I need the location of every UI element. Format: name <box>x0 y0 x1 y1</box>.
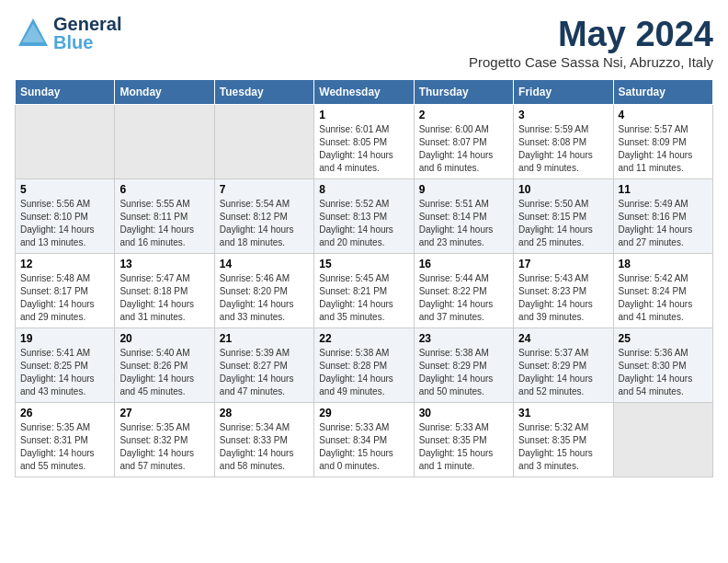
day-number: 12 <box>20 258 109 270</box>
day-info: Sunrise: 5:38 AMSunset: 8:29 PMDaylight:… <box>419 347 508 398</box>
calendar-cell: 3Sunrise: 5:59 AMSunset: 8:08 PMDaylight… <box>514 105 613 179</box>
calendar-cell: 31Sunrise: 5:32 AMSunset: 8:35 PMDayligh… <box>514 403 613 477</box>
day-info: Sunrise: 5:39 AMSunset: 8:27 PMDaylight:… <box>220 347 309 398</box>
calendar-cell: 12Sunrise: 5:48 AMSunset: 8:17 PMDayligh… <box>16 254 115 328</box>
calendar-week-row: 19Sunrise: 5:41 AMSunset: 8:25 PMDayligh… <box>16 328 713 403</box>
day-info: Sunrise: 5:35 AMSunset: 8:32 PMDaylight:… <box>119 421 209 473</box>
weekday-header-monday: Monday <box>115 80 214 105</box>
day-info: Sunrise: 6:01 AMSunset: 8:05 PMDaylight:… <box>319 123 408 175</box>
day-number: 11 <box>619 183 708 196</box>
day-info: Sunrise: 5:49 AMSunset: 8:16 PMDaylight:… <box>619 198 708 249</box>
day-number: 30 <box>419 407 508 419</box>
day-number: 29 <box>319 407 408 419</box>
calendar-cell: 15Sunrise: 5:45 AMSunset: 8:21 PMDayligh… <box>314 254 414 328</box>
calendar-cell: 13Sunrise: 5:47 AMSunset: 8:18 PMDayligh… <box>115 254 214 328</box>
calendar-cell: 4Sunrise: 5:57 AMSunset: 8:09 PMDaylight… <box>613 105 712 179</box>
calendar-table: SundayMondayTuesdayWednesdayThursdayFrid… <box>15 79 713 477</box>
day-number: 20 <box>119 332 209 345</box>
calendar-week-row: 5Sunrise: 5:56 AMSunset: 8:10 PMDaylight… <box>16 179 713 254</box>
day-info: Sunrise: 5:52 AMSunset: 8:13 PMDaylight:… <box>319 198 408 249</box>
calendar-week-row: 26Sunrise: 5:35 AMSunset: 8:31 PMDayligh… <box>16 403 713 477</box>
logo-text: General Blue <box>53 15 121 52</box>
logo-blue-text: Blue <box>53 33 121 52</box>
calendar-header-row: SundayMondayTuesdayWednesdayThursdayFrid… <box>16 80 713 105</box>
calendar-week-row: 1Sunrise: 6:01 AMSunset: 8:05 PMDaylight… <box>16 105 713 179</box>
weekday-header-sunday: Sunday <box>16 80 115 105</box>
day-number: 21 <box>220 332 309 345</box>
calendar-cell <box>214 105 313 179</box>
day-info: Sunrise: 5:57 AMSunset: 8:09 PMDaylight:… <box>619 123 708 175</box>
calendar-cell: 14Sunrise: 5:46 AMSunset: 8:20 PMDayligh… <box>214 254 313 328</box>
calendar-cell: 24Sunrise: 5:37 AMSunset: 8:29 PMDayligh… <box>514 328 613 403</box>
day-info: Sunrise: 5:45 AMSunset: 8:21 PMDaylight:… <box>319 272 408 324</box>
day-number: 28 <box>220 407 309 419</box>
day-info: Sunrise: 5:42 AMSunset: 8:24 PMDaylight:… <box>619 272 708 324</box>
title-block: May 2024 Progetto Case Sassa Nsi, Abruzz… <box>469 15 713 70</box>
day-number: 31 <box>518 407 608 419</box>
day-number: 4 <box>619 109 708 121</box>
calendar-cell: 1Sunrise: 6:01 AMSunset: 8:05 PMDaylight… <box>314 105 414 179</box>
day-number: 13 <box>119 258 209 270</box>
day-number: 14 <box>220 258 309 270</box>
day-info: Sunrise: 5:56 AMSunset: 8:10 PMDaylight:… <box>20 198 109 249</box>
day-info: Sunrise: 5:32 AMSunset: 8:35 PMDaylight:… <box>518 421 608 473</box>
calendar-cell: 20Sunrise: 5:40 AMSunset: 8:26 PMDayligh… <box>115 328 214 403</box>
calendar-cell: 29Sunrise: 5:33 AMSunset: 8:34 PMDayligh… <box>314 403 414 477</box>
calendar-cell: 30Sunrise: 5:33 AMSunset: 8:35 PMDayligh… <box>414 403 513 477</box>
calendar-cell: 16Sunrise: 5:44 AMSunset: 8:22 PMDayligh… <box>414 254 513 328</box>
day-number: 22 <box>319 332 408 345</box>
day-info: Sunrise: 5:36 AMSunset: 8:30 PMDaylight:… <box>619 347 708 398</box>
day-info: Sunrise: 6:00 AMSunset: 8:07 PMDaylight:… <box>419 123 508 175</box>
day-info: Sunrise: 5:40 AMSunset: 8:26 PMDaylight:… <box>119 347 209 398</box>
day-number: 1 <box>319 109 408 121</box>
logo-general-text: General <box>53 15 121 33</box>
calendar-cell: 19Sunrise: 5:41 AMSunset: 8:25 PMDayligh… <box>16 328 115 403</box>
day-number: 19 <box>20 332 109 345</box>
day-info: Sunrise: 5:33 AMSunset: 8:34 PMDaylight:… <box>319 421 408 473</box>
logo-icon <box>15 15 51 52</box>
calendar-cell: 7Sunrise: 5:54 AMSunset: 8:12 PMDaylight… <box>214 179 313 254</box>
day-info: Sunrise: 5:47 AMSunset: 8:18 PMDaylight:… <box>119 272 209 324</box>
calendar-cell: 11Sunrise: 5:49 AMSunset: 8:16 PMDayligh… <box>613 179 712 254</box>
day-info: Sunrise: 5:46 AMSunset: 8:20 PMDaylight:… <box>220 272 309 324</box>
day-number: 24 <box>518 332 608 345</box>
calendar-week-row: 12Sunrise: 5:48 AMSunset: 8:17 PMDayligh… <box>16 254 713 328</box>
day-info: Sunrise: 5:34 AMSunset: 8:33 PMDaylight:… <box>220 421 309 473</box>
calendar-cell: 9Sunrise: 5:51 AMSunset: 8:14 PMDaylight… <box>414 179 513 254</box>
day-info: Sunrise: 5:44 AMSunset: 8:22 PMDaylight:… <box>419 272 508 324</box>
day-info: Sunrise: 5:50 AMSunset: 8:15 PMDaylight:… <box>518 198 608 249</box>
calendar-cell <box>115 105 214 179</box>
day-number: 27 <box>119 407 209 419</box>
day-number: 3 <box>518 109 608 121</box>
day-number: 26 <box>20 407 109 419</box>
day-number: 17 <box>518 258 608 270</box>
calendar-cell: 10Sunrise: 5:50 AMSunset: 8:15 PMDayligh… <box>514 179 613 254</box>
day-info: Sunrise: 5:38 AMSunset: 8:28 PMDaylight:… <box>319 347 408 398</box>
day-number: 15 <box>319 258 408 270</box>
day-info: Sunrise: 5:51 AMSunset: 8:14 PMDaylight:… <box>419 198 508 249</box>
day-number: 23 <box>419 332 508 345</box>
day-info: Sunrise: 5:41 AMSunset: 8:25 PMDaylight:… <box>20 347 109 398</box>
day-info: Sunrise: 5:43 AMSunset: 8:23 PMDaylight:… <box>518 272 608 324</box>
day-number: 6 <box>119 183 209 196</box>
calendar-cell: 22Sunrise: 5:38 AMSunset: 8:28 PMDayligh… <box>314 328 414 403</box>
weekday-header-saturday: Saturday <box>613 80 712 105</box>
weekday-header-wednesday: Wednesday <box>314 80 414 105</box>
weekday-header-tuesday: Tuesday <box>214 80 313 105</box>
day-number: 5 <box>20 183 109 196</box>
month-title: May 2024 <box>469 15 713 54</box>
day-number: 9 <box>419 183 508 196</box>
day-info: Sunrise: 5:35 AMSunset: 8:31 PMDaylight:… <box>20 421 109 473</box>
calendar-cell: 5Sunrise: 5:56 AMSunset: 8:10 PMDaylight… <box>16 179 115 254</box>
location-subtitle: Progetto Case Sassa Nsi, Abruzzo, Italy <box>469 54 713 70</box>
day-number: 8 <box>319 183 408 196</box>
calendar-cell: 8Sunrise: 5:52 AMSunset: 8:13 PMDaylight… <box>314 179 414 254</box>
day-number: 16 <box>419 258 508 270</box>
day-number: 10 <box>518 183 608 196</box>
day-info: Sunrise: 5:54 AMSunset: 8:12 PMDaylight:… <box>220 198 309 249</box>
calendar-cell: 17Sunrise: 5:43 AMSunset: 8:23 PMDayligh… <box>514 254 613 328</box>
calendar-cell: 21Sunrise: 5:39 AMSunset: 8:27 PMDayligh… <box>214 328 313 403</box>
day-info: Sunrise: 5:37 AMSunset: 8:29 PMDaylight:… <box>518 347 608 398</box>
calendar-cell <box>613 403 712 477</box>
calendar-cell: 28Sunrise: 5:34 AMSunset: 8:33 PMDayligh… <box>214 403 313 477</box>
